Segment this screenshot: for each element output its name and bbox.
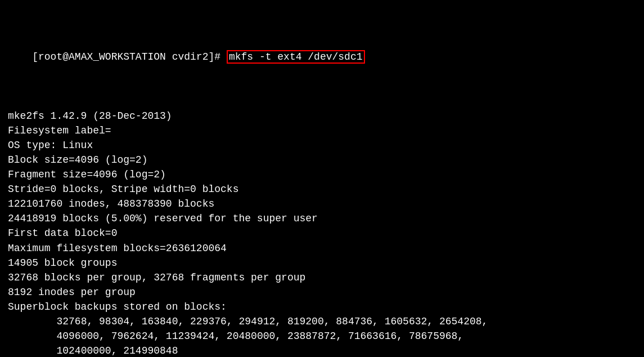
output-line: 24418919 blocks (5.00%) reserved for the… [8, 211, 636, 226]
output-block: mke2fs 1.42.9 (28-Dec-2013)Filesystem la… [8, 109, 636, 357]
output-line: First data block=0 [8, 226, 636, 240]
output-line: Stride=0 blocks, Stripe width=0 blocks [8, 182, 636, 197]
output-line: Block size=4096 (log=2) [8, 153, 636, 167]
output-line: Superblock backups stored on blocks: [8, 300, 636, 314]
output-line: 14905 block groups [8, 256, 636, 270]
output-line: 32768, 98304, 163840, 229376, 294912, 81… [8, 314, 636, 329]
terminal-window: [root@AMAX_WORKSTATION cvdir2]# mkfs -t … [8, 6, 636, 357]
output-line: Filesystem label= [8, 123, 636, 138]
output-line: 8192 inodes per group [8, 285, 636, 300]
output-line: 122101760 inodes, 488378390 blocks [8, 197, 636, 211]
prompt-text: [root@AMAX_WORKSTATION cvdir2]# [32, 51, 227, 63]
command-text: mkfs -t ext4 /dev/sdc1 [227, 50, 365, 64]
output-line: 4096000, 7962624, 11239424, 20480000, 23… [8, 329, 636, 343]
output-line: 102400000, 214990848 [8, 343, 636, 357]
output-line: mke2fs 1.42.9 (28-Dec-2013) [8, 109, 636, 123]
output-line: Fragment size=4096 (log=2) [8, 167, 636, 182]
prompt-line: [root@AMAX_WORKSTATION cvdir2]# mkfs -t … [8, 35, 636, 79]
output-line: OS type: Linux [8, 138, 636, 153]
output-line: Maximum filesystem blocks=2636120064 [8, 241, 636, 256]
output-line: 32768 blocks per group, 32768 fragments … [8, 270, 636, 285]
